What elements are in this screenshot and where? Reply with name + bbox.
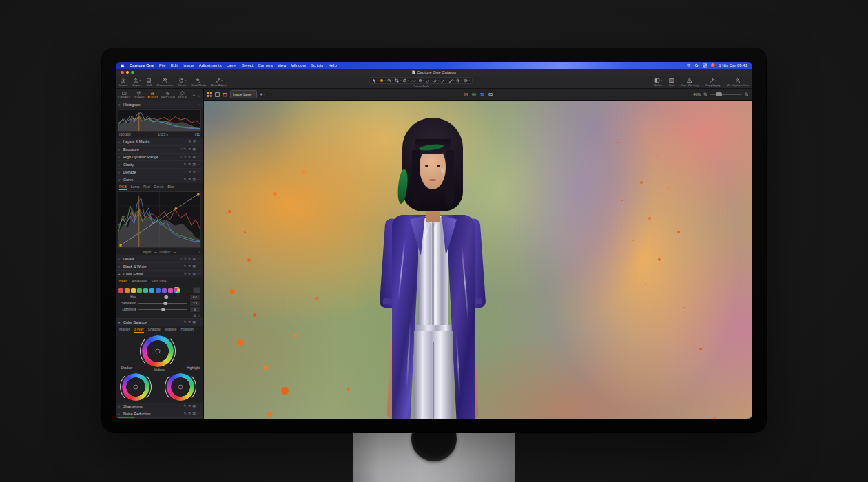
tool-focus-button[interactable]: ▾ — [464, 78, 470, 83]
panel-action-icon[interactable]: ⋯ — [197, 412, 200, 416]
curve-graph[interactable] — [118, 191, 201, 248]
scrollbar-thumb[interactable] — [117, 417, 135, 418]
panel-action-icon[interactable]: ↺ — [193, 171, 196, 174]
tool-loupe-button[interactable]: ▾ — [387, 78, 393, 83]
tab-highlight[interactable]: Highlight — [180, 327, 194, 333]
panel-action-icon[interactable]: ⋯ — [197, 321, 200, 324]
toolbar-reset-button[interactable]: ▾Reset — [178, 78, 186, 87]
tab-skin-tone[interactable]: Skin Tone — [151, 279, 166, 284]
panel-action-icon[interactable]: ▤ — [192, 412, 195, 416]
tab-basic[interactable]: Basic — [119, 279, 127, 284]
toolbar-copyapply-button[interactable]: ▾Copy/Apply — [705, 78, 720, 87]
swatch-magenta[interactable] — [168, 288, 173, 293]
slider-track[interactable] — [138, 297, 187, 298]
panel-action-icon[interactable]: ✎ — [184, 405, 187, 408]
close-button[interactable] — [121, 71, 124, 74]
panel-action-icon[interactable]: ↺ — [188, 321, 191, 324]
panel-action-icon[interactable]: ⋯ — [197, 273, 200, 276]
curve-picker-icon[interactable]: ∕ — [199, 250, 200, 254]
panel-action-icon[interactable]: ⋯ — [197, 156, 200, 159]
panel-action-icon[interactable]: ∕ — [181, 258, 182, 261]
double-chevron-icon[interactable]: » — [193, 93, 195, 97]
sidebar-tab-style[interactable]: STYLE — [178, 91, 187, 99]
panel-action-icon[interactable]: ∕ — [181, 148, 182, 151]
toolbar-export-button[interactable]: ▾Export — [132, 78, 141, 87]
toolbar-autoadjust-button[interactable]: ▾Auto Adjust — [211, 78, 227, 87]
slider-thumb[interactable] — [161, 308, 165, 312]
panel-action-icon[interactable]: ⋯ — [197, 163, 200, 167]
menu-help[interactable]: Help — [328, 63, 336, 67]
tool-spot-button[interactable]: ▾ — [418, 78, 424, 83]
panel-action-icon[interactable]: ▤ — [192, 148, 195, 151]
panel-action-icon[interactable]: ⋯ — [197, 405, 200, 408]
panel-action-icon[interactable]: ✎ — [184, 163, 187, 167]
zoom-slider[interactable] — [710, 94, 742, 95]
swatch-add-box[interactable] — [193, 287, 200, 293]
tool-pointer-button[interactable]: ▾ — [372, 78, 378, 83]
swatch-blue[interactable] — [156, 288, 161, 293]
panel-row-exposure[interactable]: ›Exposure∕✎↺▤⋯ — [116, 145, 203, 153]
tool-pick-button[interactable]: ▾ — [448, 78, 455, 83]
tab-luma[interactable]: Luma — [131, 185, 140, 190]
siri-icon[interactable] — [711, 63, 715, 67]
panel-action-icon[interactable]: ↺ — [188, 273, 191, 276]
panel-action-icon[interactable]: ▤ — [192, 258, 195, 261]
menu-capture-one[interactable]: Capture One — [130, 63, 154, 67]
tab-rgb[interactable]: RGB — [119, 185, 127, 190]
menu-window[interactable]: Window — [291, 63, 306, 67]
slider-value[interactable]: 2.3 — [189, 300, 200, 306]
swatch-orange[interactable] — [125, 288, 130, 293]
panel-action-icon[interactable]: ✎ — [184, 156, 187, 159]
shadow-wheel[interactable] — [122, 373, 149, 401]
panel-action-icon[interactable]: ↺ — [188, 265, 191, 269]
panel-action-icon[interactable]: ✎ — [189, 140, 192, 144]
panel-row-sharpening[interactable]: ›Sharpening✎↺▤⋯ — [116, 403, 203, 410]
panel-action-icon[interactable]: ✎ — [189, 171, 192, 174]
tab-green[interactable]: Green — [154, 185, 164, 190]
tool-crop-button[interactable]: ▾ — [395, 78, 401, 83]
menu-layer[interactable]: Layer — [227, 63, 237, 67]
midtone-wheel[interactable] — [142, 335, 174, 367]
panel-row-levels[interactable]: ›Levels∕✎↺▤⋯ — [116, 255, 203, 262]
panel-action-icon[interactable]: ↺ — [188, 405, 191, 408]
panel-action-icon[interactable]: ⋯ — [197, 148, 200, 151]
zoom-in-icon[interactable] — [745, 92, 749, 96]
menu-adjustments[interactable]: Adjustments — [199, 63, 222, 67]
panel-action-icon[interactable]: ⋯ — [197, 140, 200, 144]
tool-rotate-button[interactable]: ▾ — [402, 78, 409, 83]
panel-histogram-header[interactable]: ▾ Histogram ⋯ — [116, 101, 203, 108]
panel-action-icon[interactable]: ⋯ — [197, 258, 200, 261]
panel-action-icon[interactable]: ↺ — [188, 163, 191, 167]
image-canvas[interactable] — [204, 101, 752, 419]
slider-track[interactable] — [138, 303, 187, 304]
panel-action-icon[interactable]: ✎ — [184, 321, 187, 324]
menu-edit[interactable]: Edit — [171, 63, 178, 67]
tab-3-way[interactable]: 3-Way — [134, 327, 143, 333]
swatch-all-colors[interactable] — [174, 288, 179, 293]
zoom-slider-thumb[interactable] — [716, 92, 722, 96]
slider-thumb[interactable] — [163, 302, 167, 306]
panel-action-icon[interactable]: ↺ — [188, 148, 191, 151]
swatch-green[interactable] — [137, 288, 142, 293]
slider-track[interactable] — [138, 309, 187, 311]
panel-action-icon[interactable]: ✎ — [184, 265, 187, 269]
panel-action-icon[interactable]: ✎ — [184, 412, 187, 416]
panel-action-icon[interactable]: ⋯ — [197, 178, 200, 182]
panel-action-icon[interactable]: ↺ — [193, 140, 196, 144]
panel-action-icon[interactable]: ▤ — [192, 405, 195, 408]
tool-straighten-button[interactable]: ▾ — [411, 78, 417, 83]
tab-advanced[interactable]: Advanced — [132, 279, 147, 284]
toolbar-expwarning-button[interactable]: Exp. Warning — [681, 78, 699, 87]
menu-scripts[interactable]: Scripts — [311, 63, 323, 67]
wifi-icon[interactable] — [686, 63, 691, 68]
panel-action-icon[interactable]: ↺ — [188, 156, 191, 159]
tab-red[interactable]: Red — [143, 185, 149, 190]
slider-value[interactable]: 0 — [189, 306, 200, 313]
panel-color-editor-header[interactable]: ▾ Color Editor ✎↺▤⋯ — [116, 270, 203, 277]
tab-shadow[interactable]: Shadow — [148, 327, 161, 333]
menu-bar-clock[interactable]: 1 Nis Çar 09:41 — [719, 63, 747, 67]
filmstrip-view-icon[interactable] — [223, 92, 227, 97]
tool-heal-button[interactable]: ▾ — [426, 78, 432, 83]
control-center-icon[interactable] — [703, 63, 707, 68]
toolbar-before-button[interactable]: ▾Before — [654, 78, 663, 87]
